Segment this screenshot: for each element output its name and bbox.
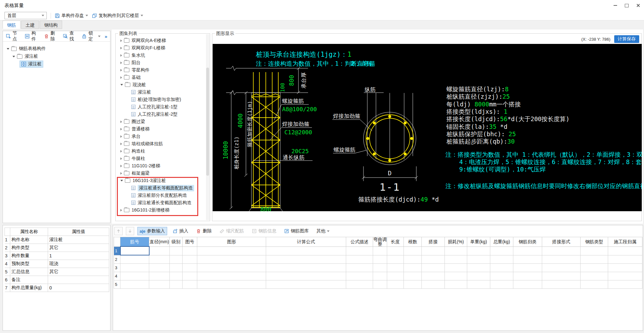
scrollbar-thumb[interactable]	[206, 68, 209, 175]
col-loss[interactable]: 损耗(%)	[445, 237, 467, 247]
rebar-library-button[interactable]: 钢筋图库	[282, 227, 311, 235]
rebar-row[interactable]: 5	[114, 280, 642, 289]
atlas-folder[interactable]: 零星构件	[116, 66, 206, 74]
move-up-button[interactable]	[114, 227, 123, 235]
copy-to-floors-button[interactable]: 复制构件到其它楼层	[92, 13, 143, 19]
rebar-row[interactable]: 3	[114, 264, 642, 272]
delete-button[interactable]: 删除	[44, 30, 59, 42]
property-row[interactable]: 4预制类型现浇	[5, 260, 109, 268]
col-length[interactable]: 长度	[387, 237, 404, 247]
atlas-folder[interactable]: 圈过梁	[116, 118, 206, 125]
scale-rebar-button[interactable]: 缩尺配筋	[217, 227, 246, 235]
col-unit-weight[interactable]: 单重(kg)	[467, 237, 490, 247]
property-row[interactable]: 3构件数量1	[5, 252, 109, 260]
component-button[interactable]: 构件	[25, 30, 39, 42]
node-button[interactable]: 节点	[6, 30, 20, 42]
atlas-folder[interactable]: 墙柱或砌体拉筋	[116, 140, 206, 147]
row-number[interactable]: 5	[114, 280, 120, 289]
atlas-folder[interactable]: 双网双向A-E楼梯	[116, 37, 206, 44]
tree-item-bored-pile-group[interactable]: 灌注桩	[3, 53, 110, 60]
tab-rebar[interactable]: 钢筋	[3, 21, 20, 29]
lock-button[interactable]: 锁定	[82, 30, 101, 42]
tree-item-bored-pile[interactable]: 灌注桩	[3, 60, 110, 68]
folder-open-icon	[125, 83, 130, 87]
minimize-button[interactable]	[609, 0, 621, 11]
floor-selector[interactable]: 首层	[4, 12, 47, 19]
row-number[interactable]: 3	[114, 264, 120, 272]
cad-canvas[interactable]: 桩顶与承台连接构造(1jgz)：1 注：连接构造为数值，其中，1：判断直弯锚 2…	[213, 44, 642, 211]
col-total-weight[interactable]: 总重(kg)	[490, 237, 513, 247]
rebar-row[interactable]: 4	[114, 272, 642, 280]
atlas-folder[interactable]: 双网双向F-L楼梯	[116, 44, 206, 52]
property-row[interactable]: 2构件类型其它	[5, 244, 109, 252]
rebar-row[interactable]: 2	[114, 255, 642, 264]
chevron-right-icon	[120, 121, 122, 123]
chevron-right-icon	[120, 172, 122, 175]
calculate-save-button[interactable]: 计算保存	[614, 35, 639, 43]
rebar-row[interactable]: 1	[114, 246, 642, 255]
atlas-folder[interactable]: 牛腿柱	[116, 155, 206, 162]
tab-steel-structure[interactable]: 钢结构	[40, 21, 62, 29]
atlas-doc[interactable]: 人工挖孔灌注桩-1型	[116, 103, 206, 111]
atlas-folder[interactable]: 承台	[116, 133, 206, 140]
col-formula[interactable]: 计算公式	[266, 237, 346, 247]
property-row[interactable]: 5汇总信息其它	[5, 268, 109, 276]
selected-cell[interactable]	[120, 246, 149, 255]
delete-row-button[interactable]: 删除	[194, 227, 214, 235]
col-formula-desc[interactable]: 公式描述	[346, 237, 373, 247]
atlas-doc[interactable]: 桩(处理加密与非加密)	[116, 96, 206, 103]
svg-text:桩纵筋直径(zjzj):25: 桩纵筋直径(zjzj):25	[446, 93, 510, 100]
atlas-folder[interactable]: 现浇桩	[116, 81, 206, 88]
atlas-folder[interactable]: 构造柱	[116, 147, 206, 155]
atlas-folder[interactable]: 框架扁梁	[116, 170, 206, 177]
atlas-doc[interactable]: 灌注桩通长变截面配筋构造	[116, 199, 206, 206]
property-row[interactable]: 1构件名称灌注桩	[5, 236, 109, 244]
rebar-info-button[interactable]: 钢筋信息	[249, 227, 279, 235]
property-row[interactable]: 6备注	[5, 276, 109, 284]
cad-lap-length: 箍筋搭接长度(djcd):49 *d	[358, 196, 439, 203]
row-number[interactable]: 4	[114, 272, 120, 280]
atlas-folder[interactable]: 11G101-2楼梯	[116, 162, 206, 170]
col-rebar-type[interactable]: 钢筋类型	[581, 237, 608, 247]
col-bend-adjust[interactable]: 弯曲调整	[373, 237, 387, 247]
svg-text:D: D	[388, 170, 391, 177]
col-grade[interactable]: 级别	[170, 237, 183, 247]
close-button[interactable]	[632, 0, 644, 11]
row-number[interactable]: 1	[114, 246, 120, 255]
atlas-item-label: 牛腿柱	[132, 156, 145, 162]
tree-item-rebar-table-components[interactable]: 钢筋表格构件	[3, 45, 110, 53]
insert-button[interactable]: 插入	[170, 227, 191, 235]
col-figure-number[interactable]: 图号	[183, 237, 197, 247]
col-lap[interactable]: 搭接	[422, 237, 445, 247]
col-diameter[interactable]: 直径(mm)	[149, 237, 170, 247]
parameter-input-button[interactable]: a|e 参数输入	[137, 227, 167, 235]
atlas-folder[interactable]: 16G101-2新增楼梯	[116, 206, 206, 214]
save-single-component-button[interactable]: 单构件存盘	[55, 13, 88, 19]
find-button[interactable]: 查找	[63, 30, 77, 42]
atlas-doc[interactable]: 灌注桩	[116, 88, 206, 96]
atlas-folder[interactable]: 基础	[116, 74, 206, 81]
atlas-folder[interactable]: 16G101-3灌注桩	[116, 177, 206, 184]
property-row[interactable]: 7构件总重量(kg)0	[5, 284, 109, 292]
toolbar-overflow-button[interactable]: »	[105, 34, 107, 39]
scrollbar[interactable]	[206, 34, 209, 220]
atlas-folder[interactable]: 集水坑	[116, 52, 206, 59]
col-shape[interactable]: 图形	[197, 237, 266, 247]
col-rebar-category[interactable]: 钢筋归类	[513, 237, 542, 247]
col-bar-number[interactable]: 筋号	[120, 237, 149, 247]
col-construction-section[interactable]: 施工段归属	[608, 237, 642, 247]
center-area: 图集列表 双网双向A-E楼梯 双网双向F-L楼梯 集水坑 阳台 零星构件 基础 …	[112, 29, 643, 224]
atlas-doc[interactable]: 灌注桩部分长度配筋构造	[116, 192, 206, 199]
atlas-folder[interactable]: 普通楼梯	[116, 125, 206, 133]
move-down-button[interactable]	[126, 227, 134, 235]
row-number[interactable]: 2	[114, 255, 120, 264]
atlas-folder[interactable]: 阳台	[116, 59, 206, 66]
col-lap-type[interactable]: 搭接形式	[542, 237, 581, 247]
col-count[interactable]: 根数	[404, 237, 422, 247]
other-menu-button[interactable]: 其他	[314, 227, 332, 235]
trash-icon	[44, 34, 49, 39]
atlas-doc-selected[interactable]: 灌注桩通长等截面配筋构造	[116, 184, 206, 192]
maximize-button[interactable]	[621, 0, 632, 11]
tab-civil[interactable]: 土建	[21, 21, 39, 29]
atlas-doc[interactable]: 人工挖孔灌注桩-2型	[116, 111, 206, 118]
